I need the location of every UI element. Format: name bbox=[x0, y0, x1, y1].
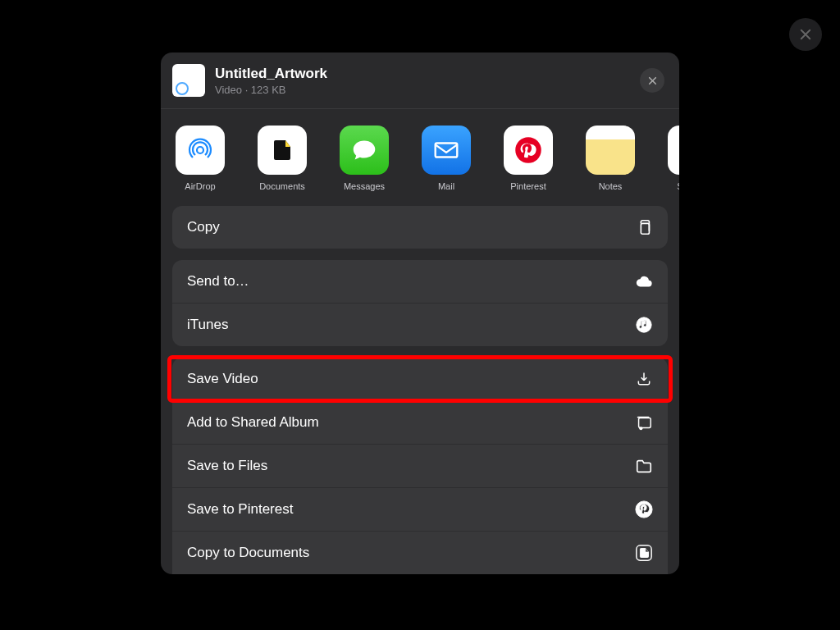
action-label: Send to… bbox=[187, 273, 249, 290]
app-documents[interactable]: Documents bbox=[258, 126, 307, 191]
download-icon bbox=[635, 370, 653, 388]
action-save-to-files[interactable]: Save to Files bbox=[172, 444, 668, 487]
svg-point-0 bbox=[197, 147, 203, 153]
share-sheet: Untitled_Artwork Video · 123 KB AirDrop … bbox=[161, 52, 679, 574]
action-copy-to-documents[interactable]: Copy to Documents bbox=[172, 531, 668, 574]
close-icon bbox=[798, 27, 813, 42]
app-label: Mail bbox=[422, 181, 471, 191]
action-label: Save Video bbox=[187, 371, 258, 387]
app-label: Notes bbox=[586, 181, 635, 191]
messages-icon bbox=[340, 126, 389, 175]
notes-icon bbox=[586, 126, 635, 175]
svg-rect-8 bbox=[639, 418, 651, 428]
documents-icon bbox=[258, 126, 307, 175]
close-icon bbox=[647, 75, 658, 86]
file-thumbnail bbox=[172, 64, 205, 97]
file-title: Untitled_Artwork bbox=[215, 66, 327, 82]
app-messages[interactable]: Messages bbox=[340, 126, 389, 191]
app-airdrop[interactable]: AirDrop bbox=[176, 126, 225, 191]
action-group-copy: Copy bbox=[172, 206, 668, 249]
copy-icon bbox=[635, 218, 653, 236]
app-pinterest[interactable]: Pinterest bbox=[504, 126, 553, 191]
app-label: AirDrop bbox=[176, 181, 225, 191]
svg-point-10 bbox=[639, 427, 642, 430]
share-header: Untitled_Artwork Video · 123 KB bbox=[161, 52, 679, 109]
action-label: Copy to Documents bbox=[187, 545, 309, 561]
action-group-main: Save Video Add to Shared Album Save to F… bbox=[172, 358, 668, 574]
svg-rect-1 bbox=[436, 143, 458, 157]
pinterest-circle-icon bbox=[635, 500, 653, 518]
app-label: Documents bbox=[258, 181, 307, 191]
app-label: S bbox=[668, 181, 679, 191]
cloud-icon bbox=[635, 272, 653, 290]
share-close-button[interactable] bbox=[640, 68, 664, 93]
action-save-to-pinterest[interactable]: Save to Pinterest bbox=[172, 487, 668, 531]
file-subtitle: Video · 123 KB bbox=[215, 84, 327, 96]
action-itunes[interactable]: iTunes bbox=[172, 303, 668, 346]
app-label: Messages bbox=[340, 181, 389, 191]
action-label: Save to Files bbox=[187, 458, 267, 474]
action-label: Save to Pinterest bbox=[187, 501, 293, 518]
shared-album-icon bbox=[635, 413, 653, 431]
action-send-to[interactable]: Send to… bbox=[172, 260, 668, 303]
page-close-button[interactable] bbox=[789, 18, 822, 51]
action-copy[interactable]: Copy bbox=[172, 206, 668, 249]
svg-rect-6 bbox=[641, 223, 649, 234]
app-more[interactable]: S bbox=[668, 126, 679, 191]
app-notes[interactable]: Notes bbox=[586, 126, 635, 191]
app-mail[interactable]: Mail bbox=[422, 126, 471, 191]
action-label: Add to Shared Album bbox=[187, 414, 319, 431]
folder-icon bbox=[635, 457, 653, 475]
app-label: Pinterest bbox=[504, 181, 553, 191]
documents-app-icon bbox=[635, 544, 653, 562]
app-more-icon bbox=[668, 126, 679, 175]
app-row[interactable]: AirDrop Documents Messages Mail Pinteres… bbox=[161, 109, 679, 206]
mail-icon bbox=[422, 126, 471, 175]
action-add-shared-album[interactable]: Add to Shared Album bbox=[172, 400, 668, 444]
action-save-video[interactable]: Save Video bbox=[172, 358, 668, 400]
svg-rect-9 bbox=[637, 417, 650, 418]
action-label: iTunes bbox=[187, 317, 228, 333]
action-label: Copy bbox=[187, 219, 220, 235]
svg-point-2 bbox=[515, 137, 541, 163]
airdrop-icon bbox=[176, 126, 225, 175]
pinterest-icon bbox=[504, 126, 553, 175]
action-group-send: Send to… iTunes bbox=[172, 260, 668, 346]
file-info: Untitled_Artwork Video · 123 KB bbox=[215, 66, 327, 96]
music-icon bbox=[635, 316, 653, 334]
